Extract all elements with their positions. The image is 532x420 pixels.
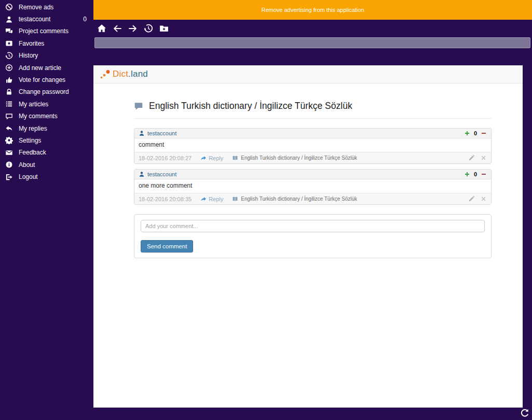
vote-down-button[interactable]	[481, 171, 487, 177]
sidebar-item-label: Logout	[19, 173, 38, 180]
sidebar-item-label: Feedback	[19, 149, 46, 156]
vote-up-button[interactable]	[464, 171, 470, 177]
gear-icon	[5, 136, 13, 145]
vote-controls: 0	[464, 171, 487, 177]
comment-author-link[interactable]: testaccount	[147, 130, 176, 136]
back-button[interactable]	[112, 24, 122, 34]
comment-timestamp: 18-02-2016 20:08:35	[139, 196, 192, 202]
sidebar-item-label: testaccount	[19, 16, 50, 23]
sidebar-item-label: My comments	[19, 113, 58, 120]
home-icon	[97, 24, 106, 33]
no-ads-icon	[5, 3, 13, 11]
sidebar-item-logout[interactable]: Logout	[0, 171, 93, 183]
pencil-icon	[468, 195, 475, 202]
reply-button[interactable]: Reply	[200, 196, 223, 202]
info-icon	[5, 161, 13, 169]
project-comments-icon	[5, 27, 13, 35]
pencil-icon	[468, 155, 475, 161]
user-icon	[5, 15, 13, 23]
delete-comment-button[interactable]	[480, 195, 487, 202]
comment-input[interactable]	[141, 220, 485, 232]
sidebar-item-label: Change password	[19, 88, 69, 95]
comment-footer: 18-02-2016 20:08:27 Reply English Turkis…	[134, 152, 491, 163]
sidebar-item-history[interactable]: History	[0, 50, 93, 62]
dictland-logo[interactable]: Dict.land	[100, 69, 148, 79]
lock-icon	[5, 88, 13, 96]
edit-comment-button[interactable]	[468, 155, 475, 161]
sidebar-item-project-comments[interactable]: Project comments	[0, 25, 93, 37]
sidebar-item-about[interactable]: About	[0, 159, 93, 171]
vote-down-button[interactable]	[481, 130, 487, 136]
address-bar[interactable]	[94, 37, 530, 48]
home-button[interactable]	[97, 24, 106, 34]
page-title: English Turkish dictionary / İngilizce T…	[149, 101, 352, 111]
folder-download-button[interactable]	[159, 24, 169, 34]
sidebar-item-my-articles[interactable]: My articles	[0, 98, 93, 110]
send-comment-button[interactable]: Send comment	[141, 240, 193, 253]
reply-label: Reply	[209, 196, 223, 202]
comment-actions	[468, 155, 487, 161]
reply-arrow-icon	[200, 196, 207, 202]
edit-comment-button[interactable]	[468, 195, 475, 202]
sidebar-item-feedback[interactable]: Feedback	[0, 147, 93, 159]
comment-article-link[interactable]: English Turkish dictionary / İngilizce T…	[232, 155, 357, 161]
sidebar-item-my-replies[interactable]: My replies	[0, 122, 93, 134]
sidebar-item-vote[interactable]: Vote for changes	[0, 74, 93, 86]
book-icon	[232, 155, 238, 161]
account-score-badge: 0	[83, 16, 88, 23]
comment-icon	[5, 112, 13, 120]
history-button[interactable]	[143, 24, 153, 34]
content-page: Dict.land English Turkish dictionary / İ…	[93, 65, 523, 408]
logout-icon	[5, 173, 13, 181]
page-header: Dict.land	[93, 65, 523, 83]
sidebar-item-label: My articles	[19, 101, 48, 108]
plus-icon	[464, 171, 470, 177]
close-icon	[480, 195, 487, 202]
article-title-row: English Turkish dictionary / İngilizce T…	[134, 101, 492, 111]
close-icon	[480, 155, 487, 161]
sidebar-item-account[interactable]: testaccount 0	[0, 13, 93, 25]
comment-body: one more comment	[134, 179, 491, 193]
articles-icon	[5, 100, 13, 108]
user-icon	[139, 171, 145, 177]
folder-download-icon	[159, 24, 169, 33]
minus-icon	[481, 171, 487, 177]
history-icon	[5, 51, 13, 60]
sidebar-item-settings[interactable]: Settings	[0, 134, 93, 146]
delete-comment-button[interactable]	[480, 155, 487, 161]
reply-arrow-icon	[200, 155, 207, 161]
logo-text: Dict.land	[113, 69, 148, 79]
sidebar-item-label: Settings	[19, 137, 41, 144]
reply-button[interactable]: Reply	[200, 155, 223, 161]
comments-list: testaccount 0 comment 18-02-2016 20:08:2…	[134, 128, 492, 258]
sidebar-item-label: My replies	[19, 125, 47, 132]
user-icon	[139, 130, 145, 136]
address-bar-input[interactable]	[95, 38, 530, 48]
mail-icon	[5, 148, 13, 157]
page-body: English Turkish dictionary / İngilizce T…	[93, 83, 523, 258]
comment-author-link[interactable]: testaccount	[147, 171, 176, 177]
comment-timestamp: 18-02-2016 20:08:27	[139, 155, 192, 161]
comment-score: 0	[474, 130, 477, 136]
article-link-label: English Turkish dictionary / İngilizce T…	[241, 196, 357, 202]
favorites-icon	[5, 39, 13, 48]
vote-controls: 0	[464, 130, 487, 136]
sidebar-item-favorites[interactable]: Favorites	[0, 37, 93, 49]
sidebar: Remove ads testaccount 0 Project comment…	[0, 0, 93, 420]
refresh-icon	[520, 409, 529, 418]
comment-body: comment	[134, 138, 491, 152]
navigation-toolbar	[93, 20, 532, 37]
comment-score: 0	[474, 171, 477, 177]
forward-button[interactable]	[128, 24, 138, 34]
comment-card: testaccount 0 one more comment 18-02-201…	[134, 169, 492, 205]
sidebar-item-change-password[interactable]: Change password	[0, 86, 93, 98]
refresh-button[interactable]	[520, 409, 530, 418]
sidebar-item-my-comments[interactable]: My comments	[0, 110, 93, 122]
remove-ads-banner[interactable]: Remove advertising from this application	[93, 0, 532, 20]
comment-header: testaccount 0	[134, 129, 491, 138]
sidebar-item-add-article[interactable]: Add new article	[0, 62, 93, 74]
sidebar-item-remove-ads[interactable]: Remove ads	[0, 1, 93, 13]
plus-icon	[464, 130, 470, 136]
vote-up-button[interactable]	[464, 130, 470, 136]
comment-article-link[interactable]: English Turkish dictionary / İngilizce T…	[232, 196, 357, 202]
